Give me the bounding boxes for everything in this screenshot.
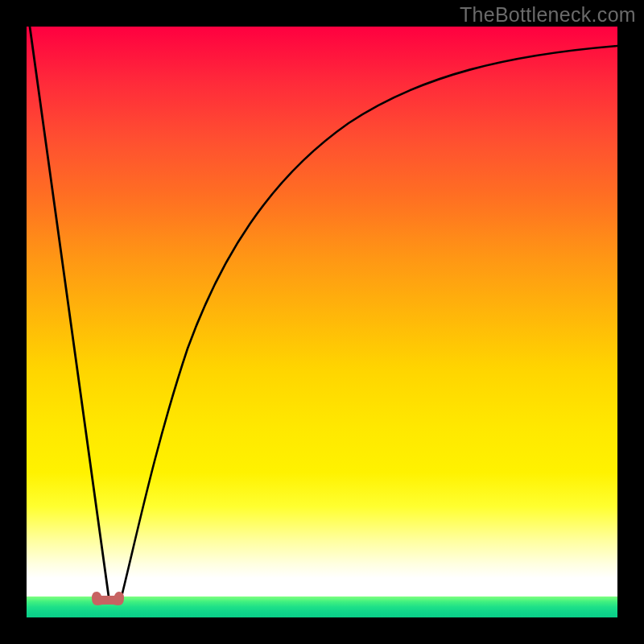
curve-right-limb [122,46,617,597]
chart-frame: TheBottleneck.com [0,0,644,644]
bottleneck-curve [27,27,617,617]
watermark-text: TheBottleneck.com [460,3,636,27]
plot-area [27,27,617,617]
curve-left-limb [30,27,109,597]
